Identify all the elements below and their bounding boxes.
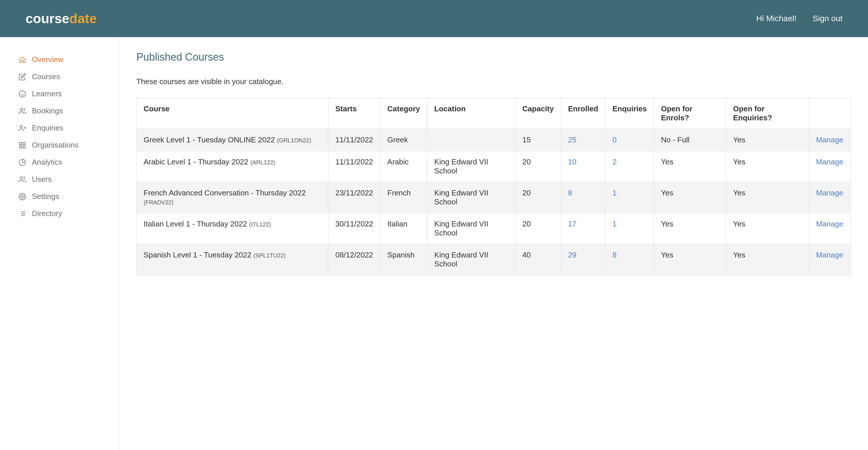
cell-enquiries: 0 — [606, 129, 654, 151]
svg-point-12 — [22, 195, 24, 197]
sidebar-item-directory[interactable]: Directory — [0, 205, 119, 222]
cell-enrolled: 17 — [561, 213, 605, 244]
grid-icon — [19, 141, 26, 149]
cell-category: Spanish — [380, 244, 427, 275]
cell-enquiries: 2 — [606, 151, 654, 182]
cell-starts: 30/11/2022 — [328, 213, 380, 244]
table-row: Spanish Level 1 - Tuesday 2022 (SPL1TU22… — [137, 244, 850, 275]
cell-enquiries: 1 — [606, 213, 654, 244]
cell-enquiries: 8 — [606, 244, 654, 275]
table-row: Italian Level 1 - Thursday 2022 (ITL122)… — [137, 213, 850, 244]
sidebar-item-label: Settings — [32, 192, 59, 201]
sidebar-item-organisations[interactable]: Organisations — [0, 136, 119, 154]
cell-starts: 08/12/2022 — [328, 244, 380, 275]
enrolled-link[interactable]: 10 — [568, 157, 577, 166]
cell-open-enrols: No - Full — [654, 129, 726, 151]
table-row: French Advanced Conversation - Thursday … — [137, 182, 850, 213]
sidebar-item-enquiries[interactable]: Enquiries — [0, 120, 119, 136]
sidebar-item-overview[interactable]: Overview — [0, 51, 119, 68]
sidebar-item-label: Overview — [32, 55, 63, 64]
sidebar-item-courses[interactable]: Courses — [0, 68, 119, 85]
cell-action: Manage — [809, 129, 850, 151]
course-code: (ARL122) — [250, 159, 275, 166]
manage-link[interactable]: Manage — [816, 135, 843, 144]
svg-rect-8 — [23, 142, 25, 145]
sidebar-item-settings[interactable]: Settings — [0, 188, 119, 205]
cell-open-enquiries: Yes — [726, 151, 809, 182]
enrolled-link[interactable]: 29 — [568, 251, 577, 259]
cell-action: Manage — [809, 244, 850, 275]
cell-location — [427, 129, 515, 151]
cell-capacity: 40 — [515, 244, 561, 275]
cell-starts: 11/11/2022 — [328, 129, 380, 151]
th-starts: Starts — [328, 98, 380, 129]
cell-action: Manage — [809, 182, 850, 213]
cell-enquiries: 1 — [606, 182, 654, 213]
enquiries-link[interactable]: 1 — [612, 189, 617, 197]
cell-open-enrols: Yes — [654, 244, 726, 275]
sidebar-item-analytics[interactable]: Analytics — [0, 154, 119, 171]
sidebar-item-label: Enquiries — [32, 124, 63, 132]
svg-rect-10 — [20, 146, 22, 148]
course-code: (GRL1ON22) — [277, 137, 311, 143]
sidebar-item-users[interactable]: Users — [0, 171, 119, 188]
list-icon — [19, 210, 26, 218]
enquiries-link[interactable]: 1 — [612, 220, 617, 228]
svg-point-3 — [20, 108, 23, 111]
cell-location: King Edward VII School — [427, 213, 515, 244]
th-open-enquiries: Open for Enquiries? — [726, 98, 809, 129]
sidebar: Overview Courses Learners Bookings Enqui… — [0, 37, 119, 450]
cell-capacity: 20 — [515, 151, 561, 182]
enrolled-link[interactable]: 17 — [568, 220, 577, 228]
cell-enrolled: 25 — [561, 129, 605, 151]
cell-location: King Edward VII School — [427, 182, 515, 213]
th-capacity: Capacity — [515, 98, 561, 129]
sidebar-item-bookings[interactable]: Bookings — [0, 102, 119, 120]
content: Published Courses These courses are visi… — [119, 37, 868, 450]
courses-table: Course Starts Category Location Capacity… — [136, 98, 850, 275]
smile-icon — [19, 90, 26, 98]
cell-open-enrols: Yes — [654, 213, 726, 244]
user-plus-icon — [19, 124, 26, 132]
enrolled-link[interactable]: 25 — [568, 135, 577, 144]
enquiries-link[interactable]: 0 — [612, 135, 617, 144]
cell-starts: 23/11/2022 — [328, 182, 380, 213]
greeting-text: Hi Michael! — [756, 14, 796, 23]
enquiries-link[interactable]: 8 — [612, 251, 617, 259]
cell-open-enrols: Yes — [654, 182, 726, 213]
sidebar-item-learners[interactable]: Learners — [0, 85, 119, 102]
home-icon — [19, 56, 26, 64]
enrolled-link[interactable]: 8 — [568, 189, 572, 197]
sidebar-item-label: Organisations — [32, 141, 78, 150]
cell-course: Italian Level 1 - Thursday 2022 (ITL122) — [137, 213, 329, 244]
svg-point-11 — [20, 176, 23, 179]
cell-category: Arabic — [380, 151, 427, 182]
cell-location: King Edward VII School — [427, 244, 515, 275]
th-open-enrols: Open for Enrols? — [654, 98, 726, 129]
header-right: Hi Michael! Sign out — [756, 14, 842, 23]
cell-course: French Advanced Conversation - Thursday … — [137, 182, 329, 213]
enquiries-link[interactable]: 2 — [612, 157, 617, 166]
cell-category: French — [380, 182, 427, 213]
signout-link[interactable]: Sign out — [813, 14, 842, 23]
people-icon — [19, 176, 26, 183]
cell-enrolled: 29 — [561, 244, 605, 275]
svg-rect-9 — [23, 146, 25, 148]
manage-link[interactable]: Manage — [816, 220, 843, 228]
logo[interactable]: coursedate — [26, 11, 97, 26]
cell-capacity: 15 — [515, 129, 561, 151]
cell-category: Italian — [380, 213, 427, 244]
th-action — [809, 98, 850, 129]
table-row: Greek Level 1 - Tuesday ONLINE 2022 (GRL… — [137, 129, 850, 151]
cell-category: Greek — [380, 129, 427, 151]
edit-icon — [19, 73, 26, 81]
th-course: Course — [137, 98, 329, 129]
manage-link[interactable]: Manage — [816, 157, 843, 166]
pie-icon — [19, 159, 26, 166]
manage-link[interactable]: Manage — [816, 189, 843, 197]
manage-link[interactable]: Manage — [816, 251, 843, 259]
logo-text-date: date — [69, 11, 97, 26]
svg-point-4 — [20, 125, 23, 128]
th-category: Category — [380, 98, 427, 129]
gear-icon — [19, 193, 26, 200]
